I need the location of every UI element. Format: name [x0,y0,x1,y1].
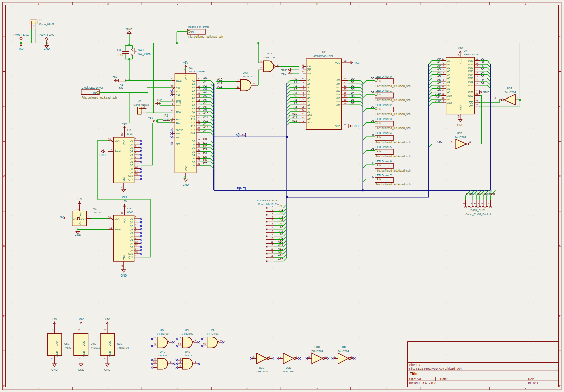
svg-text:8: 8 [183,69,185,70]
svg-text:A2: A2 [203,84,207,87]
svg-text:1: 1 [38,3,39,5]
svg-text:12: 12 [476,61,478,64]
svg-text:A3: A3 [307,89,310,92]
svg-text:11: 11 [308,356,310,358]
svg-text:I/O6: I/O6 [336,100,340,103]
svg-text:6: 6 [386,387,387,390]
svg-text:D2: D2 [351,84,355,87]
svg-text:CE: CE [307,65,311,68]
svg-text:IRQ: IRQ [176,101,181,104]
svg-text:74LS11: 74LS11 [158,354,168,357]
svg-text:25: 25 [442,86,444,88]
svg-text:20: 20 [476,89,478,92]
svg-text:3: 3 [180,358,181,360]
svg-text:+5V: +5V [52,318,57,321]
svg-text:A0: A0 [279,204,283,208]
svg-text:16: 16 [476,72,478,74]
svg-text:A7: A7 [437,82,441,85]
svg-text:+5V: +5V [354,61,359,65]
svg-text:U7: U7 [464,49,467,52]
svg-text:A4: A4 [192,93,195,96]
svg-text:IN: IN [93,91,96,94]
svg-text:Q5: Q5 [130,235,133,238]
svg-text:20: 20 [198,116,200,119]
svg-text:7: 7 [455,3,457,5]
svg-text:A4: A4 [203,91,207,94]
svg-text:J2: J2 [138,100,141,103]
svg-text:U3G: U3G [117,342,122,345]
svg-text:3: 3 [481,203,483,204]
svg-text:7: 7 [51,357,54,359]
svg-text:F: F [559,385,561,387]
svg-text:LED Driver 7: LED Driver 7 [376,174,392,177]
svg-text:10: 10 [302,77,304,80]
svg-text:4: 4 [135,159,136,161]
svg-text:U3F: U3F [341,346,346,349]
svg-text:Q5: Q5 [130,157,133,160]
svg-text:A1: A1 [192,83,195,86]
svg-text:Q7: Q7 [130,164,133,167]
svg-text:D4: D4 [203,152,207,155]
svg-text:10: 10 [108,216,111,218]
svg-text:A4: A4 [447,73,450,76]
svg-text:B: B [559,105,561,108]
svg-text:7: 7 [455,387,457,390]
svg-text:A1: A1 [447,63,450,66]
svg-text:5: 5 [272,219,273,221]
svg-text:A10: A10 [307,114,312,117]
svg-text:22: 22 [476,100,478,102]
svg-text:74HCT00: 74HCT00 [157,332,169,335]
svg-text:LED Driver 2: LED Driver 2 [376,103,392,107]
svg-text:6: 6 [470,203,473,204]
svg-text:D5: D5 [192,157,195,160]
svg-text:2: 2 [172,117,173,119]
svg-text:9: 9 [280,356,281,358]
svg-text:A2: A2 [192,86,195,89]
svg-text:LED Driver 0: LED Driver 0 [376,75,392,78]
svg-text:C: C [3,175,5,177]
svg-text:10: 10 [178,343,181,345]
svg-text:17: 17 [198,106,200,108]
svg-text:A12: A12 [292,119,297,122]
svg-text:34: 34 [171,109,173,112]
svg-text:5: 5 [303,95,304,97]
svg-text:Φ1: Φ1 [176,90,180,93]
svg-text:13: 13 [198,92,200,94]
svg-text:5: 5 [474,203,476,204]
svg-text:22: 22 [198,120,200,122]
svg-text:17: 17 [344,95,347,97]
svg-text:D[0..7]: D[0..7] [237,186,246,190]
svg-text:10: 10 [270,237,273,239]
svg-text:VDD: VDD [123,139,126,145]
svg-text:GND: GND [51,368,57,371]
svg-text:A7: A7 [203,101,207,105]
svg-text:E: E [559,315,561,317]
svg-text:+5V: +5V [19,47,24,51]
svg-text:A15: A15 [437,140,442,144]
svg-text:3: 3 [451,141,452,143]
svg-text:A5: A5 [447,77,450,80]
svg-text:A7: A7 [279,229,283,232]
svg-text:8: 8 [443,65,444,67]
svg-text:A6: A6 [279,226,283,229]
svg-text:A7: A7 [307,104,310,107]
svg-text:A6: A6 [192,100,195,103]
svg-text:A11: A11 [447,98,452,101]
svg-text:19: 19 [198,112,200,115]
svg-text:File: 6502 Prototype Rev 2.kic: File: 6502 Prototype Rev 2.kicad_sch [409,367,462,370]
svg-text:11: 11 [271,240,273,243]
svg-text:A10: A10 [435,92,441,95]
svg-text:6: 6 [303,92,304,94]
svg-text:Q2: Q2 [130,225,133,228]
svg-text:6: 6 [272,223,273,225]
svg-text:GND: GND [335,125,340,128]
svg-text:2: 2 [495,96,496,99]
svg-text:D6: D6 [371,161,374,165]
svg-text:CS2: CS2 [468,94,473,97]
svg-text:A3: A3 [447,70,450,73]
svg-text:A10: A10 [190,114,195,117]
svg-text:A10: A10 [203,112,209,115]
svg-text:AT28C64B-15PU: AT28C64B-15PU [313,55,334,58]
svg-text:2: 2 [32,25,35,27]
svg-text:3: 3 [177,387,178,390]
